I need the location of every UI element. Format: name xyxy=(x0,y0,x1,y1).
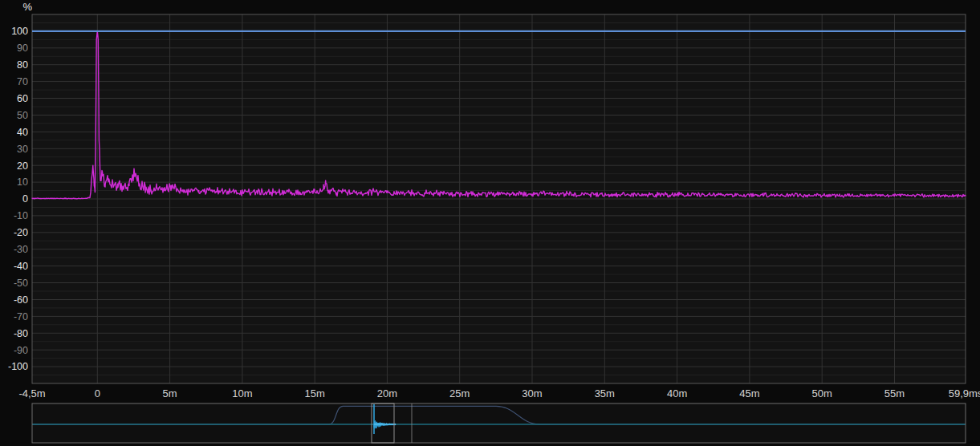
y-tick-label: -80 xyxy=(14,328,28,339)
chart-canvas: 1009080706050403020100-10-20-30-40-50-60… xyxy=(0,0,980,446)
y-tick-label: 70 xyxy=(17,76,28,87)
x-tick-label: 0 xyxy=(95,387,100,399)
x-tick-label: 40m xyxy=(667,387,687,399)
x-tick-label: 10m xyxy=(232,387,252,399)
y-tick-label: -100 xyxy=(8,361,28,372)
y-tick-label: -20 xyxy=(14,227,28,238)
x-tick-label: 59,9ms xyxy=(949,387,980,399)
y-tick-label: 90 xyxy=(17,43,28,54)
x-tick-label: 15m xyxy=(305,387,325,399)
x-tick-label: 50m xyxy=(812,387,832,399)
y-tick-label: 50 xyxy=(17,110,28,121)
y-tick-label: 60 xyxy=(17,93,28,104)
waveform-analyzer-window: % 1009080706050403020100-10-20-30-40-50-… xyxy=(0,0,980,446)
y-tick-label: 40 xyxy=(17,127,28,138)
y-tick-label: 0 xyxy=(22,193,28,205)
y-tick-label: -70 xyxy=(14,311,28,322)
y-tick-label: 100 xyxy=(11,26,28,37)
x-tick-label: 45m xyxy=(739,387,759,399)
y-tick-label: -60 xyxy=(14,294,28,306)
y-tick-label: 30 xyxy=(17,144,28,155)
x-tick-label: 5m xyxy=(163,387,177,399)
y-tick-label: 20 xyxy=(17,160,28,172)
x-tick-label: 55m xyxy=(884,387,905,399)
x-tick-label: 30m xyxy=(522,387,542,399)
y-tick-label: 10 xyxy=(17,176,28,188)
x-tick-label: 35m xyxy=(595,387,615,399)
y-tick-label: -30 xyxy=(14,244,28,255)
x-tick-label: 25m xyxy=(449,387,470,399)
y-tick-label: -40 xyxy=(14,261,28,272)
y-tick-label: 80 xyxy=(17,59,28,71)
x-tick-label: -4,5m xyxy=(18,387,45,399)
y-tick-label: -50 xyxy=(14,278,28,289)
x-tick-label: 20m xyxy=(377,387,397,399)
y-axis-unit-label: % xyxy=(14,1,32,13)
overview-strip[interactable] xyxy=(32,403,966,443)
y-tick-label: -90 xyxy=(14,345,28,356)
y-tick-label: -10 xyxy=(14,210,28,221)
